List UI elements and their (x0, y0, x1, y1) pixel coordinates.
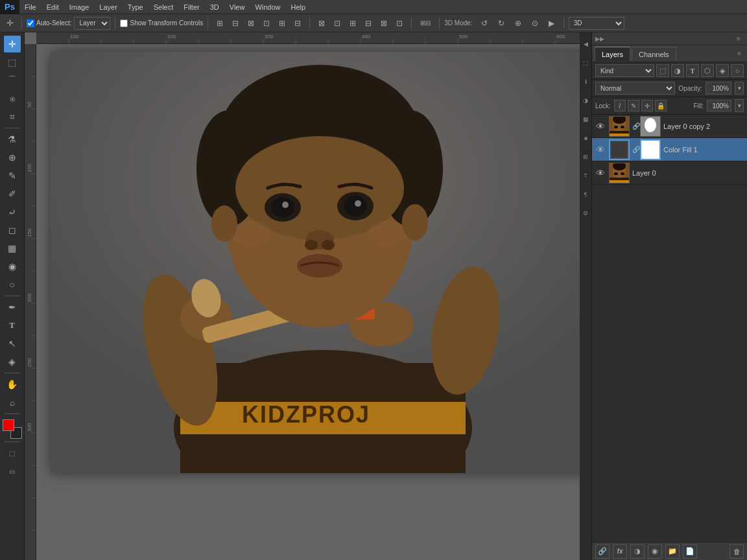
layer-item-0-copy-2[interactable]: 👁 🔗 (592, 115, 747, 138)
new-layer-btn[interactable]: 📄 (683, 544, 697, 559)
opacity-input[interactable] (706, 82, 731, 95)
marquee-tool-btn[interactable]: ⬚ (4, 54, 21, 71)
menu-edit[interactable]: Edit (42, 0, 64, 14)
filter-smartobj-icon-btn[interactable]: ◈ (716, 64, 729, 77)
path-select-tool-btn[interactable]: ↖ (4, 335, 21, 352)
blend-mode-select[interactable]: Normal Dissolve Multiply Screen Overlay … (595, 82, 675, 95)
paragraph-icon-btn[interactable]: ¶ (580, 186, 591, 203)
color-icon-btn[interactable]: ◑ (580, 92, 591, 109)
transform-options-icon[interactable]: ⊞⊟ (416, 16, 434, 30)
text-tool-btn[interactable]: T (4, 317, 21, 334)
3d-slide-icon[interactable]: ⊙ (528, 16, 542, 30)
align-right-icon[interactable]: ⊠ (244, 16, 258, 30)
auto-select-checkbox[interactable] (27, 19, 34, 27)
align-bottom-icon[interactable]: ⊟ (290, 16, 305, 30)
menu-3d[interactable]: 3D (205, 0, 224, 14)
tab-layers[interactable]: Layers (595, 47, 630, 61)
distrib-center-v-icon[interactable]: ⊠ (377, 16, 391, 30)
fill-dropdown-btn[interactable]: ▾ (735, 99, 744, 112)
history-tool-btn[interactable]: ⤾ (4, 204, 21, 220)
gradient-tool-btn[interactable]: ▦ (4, 240, 21, 257)
hand-tool-btn[interactable]: ✋ (4, 376, 21, 393)
opacity-dropdown-btn[interactable]: ▾ (735, 82, 744, 95)
history-icon-btn[interactable]: ⬚ (580, 54, 591, 71)
filter-shape-icon-btn[interactable]: ⬡ (701, 64, 714, 77)
swatches-icon-btn[interactable]: ▦ (580, 111, 591, 128)
panel-options-btn[interactable]: ≡ (733, 34, 744, 44)
healing-tool-btn[interactable]: ⊕ (4, 149, 21, 166)
move-tool-btn[interactable]: ✛ (4, 36, 21, 52)
3d-scale-icon[interactable]: ▶ (545, 16, 559, 30)
menu-image[interactable]: Image (64, 0, 95, 14)
color-fill-1-visibility-btn[interactable]: 👁 (595, 144, 606, 156)
move-tool-icon[interactable]: ✛ (3, 16, 17, 30)
layer-item-color-fill-1[interactable]: 👁 🔗 Color Fill 1 (592, 138, 747, 161)
menu-select[interactable]: Select (148, 0, 179, 14)
blur-tool-btn[interactable]: ◉ (4, 258, 21, 275)
align-center-h-icon[interactable]: ⊟ (228, 16, 243, 30)
fill-input[interactable] (707, 100, 731, 111)
filter-adjust-icon-btn[interactable]: ◑ (671, 64, 684, 77)
crop-tool-btn[interactable]: ⌗ (4, 108, 21, 125)
distrib-bottom-icon[interactable]: ⊡ (392, 16, 407, 30)
distrib-right-icon[interactable]: ⊞ (346, 16, 360, 30)
layers-panel-menu-btn[interactable]: ≡ (734, 49, 744, 59)
link-layers-btn[interactable]: 🔗 (595, 544, 610, 559)
distrib-center-h-icon[interactable]: ⊡ (330, 16, 344, 30)
screen-mode-btn[interactable]: ▭ (4, 463, 21, 480)
filter-pixel-icon-btn[interactable]: ⬚ (656, 64, 669, 77)
layer-0-copy-2-visibility-btn[interactable]: 👁 (595, 121, 606, 132)
foreground-color-swatch[interactable] (3, 419, 14, 431)
layer-item-layer-0[interactable]: 👁 Layer 0 (592, 161, 747, 185)
clone-tool-btn[interactable]: ✐ (4, 185, 21, 202)
tab-channels[interactable]: Channels (632, 47, 676, 61)
3d-preset-dropdown[interactable]: 3D Perspective Orthographic (569, 17, 624, 30)
filter-kind-select[interactable]: Kind Name Effect Mode Attribute Color Sm… (595, 64, 654, 77)
add-mask-btn[interactable]: ◑ (630, 544, 645, 559)
character-icon-btn[interactable]: T (580, 167, 591, 184)
new-adjustment-btn[interactable]: ◉ (648, 544, 662, 559)
info-icon-btn[interactable]: ℹ (580, 73, 591, 90)
eyedropper-tool-btn[interactable]: ⚗ (4, 131, 21, 148)
menu-view[interactable]: View (224, 0, 250, 14)
quick-select-tool-btn[interactable]: ⍟ (4, 90, 21, 107)
distrib-top-icon[interactable]: ⊟ (361, 16, 375, 30)
menu-layer[interactable]: Layer (94, 0, 123, 14)
filter-type-icon-btn[interactable]: T (686, 64, 699, 77)
lock-image-btn[interactable]: ✎ (628, 100, 639, 111)
menu-window[interactable]: Window (250, 0, 285, 14)
menu-file[interactable]: File (19, 0, 42, 14)
show-transform-checkbox[interactable] (120, 19, 128, 27)
dodge-tool-btn[interactable]: ○ (4, 276, 21, 293)
3d-roll-icon[interactable]: ↻ (494, 16, 508, 30)
auto-select-dropdown[interactable]: Layer Group (74, 17, 110, 30)
layer-0-visibility-btn[interactable]: 👁 (595, 167, 606, 179)
lock-position-btn[interactable]: ✛ (641, 100, 653, 111)
zoom-tool-btn[interactable]: ⌕ (4, 394, 21, 411)
align-center-v-icon[interactable]: ⊞ (275, 16, 289, 30)
3d-pan-icon[interactable]: ⊕ (511, 16, 525, 30)
3d-rotate-icon[interactable]: ↺ (477, 16, 492, 30)
adjustments-icon-btn[interactable]: ◈ (580, 130, 591, 146)
new-group-btn[interactable]: 📁 (665, 544, 680, 559)
properties-icon-btn[interactable]: ⚙ (580, 205, 591, 222)
align-left-icon[interactable]: ⊞ (213, 16, 227, 30)
quick-mask-btn[interactable]: ⬚ (4, 445, 21, 461)
menu-type[interactable]: Type (123, 0, 148, 14)
styles-icon-btn[interactable]: ⊞ (580, 148, 591, 165)
lock-all-btn[interactable]: 🔒 (655, 100, 667, 111)
delete-layer-btn[interactable]: 🗑 (729, 544, 744, 559)
brush-tool-btn[interactable]: ✎ (4, 167, 21, 184)
align-top-icon[interactable]: ⊡ (259, 16, 274, 30)
distrib-left-icon[interactable]: ⊠ (314, 16, 329, 30)
lock-transparent-btn[interactable]: / (614, 100, 626, 111)
menu-help[interactable]: Help (286, 0, 311, 14)
menu-filter[interactable]: Filter (178, 0, 204, 14)
color-swatches[interactable] (3, 419, 22, 439)
filter-toggle-btn[interactable]: ○ (731, 64, 744, 77)
lasso-tool-btn[interactable]: ⌒ (4, 72, 21, 89)
layer-effects-btn[interactable]: fx (613, 544, 627, 559)
pen-tool-btn[interactable]: ✒ (4, 299, 21, 316)
eraser-tool-btn[interactable]: ◻ (4, 222, 21, 239)
shape-tool-btn[interactable]: ◈ (4, 353, 21, 370)
